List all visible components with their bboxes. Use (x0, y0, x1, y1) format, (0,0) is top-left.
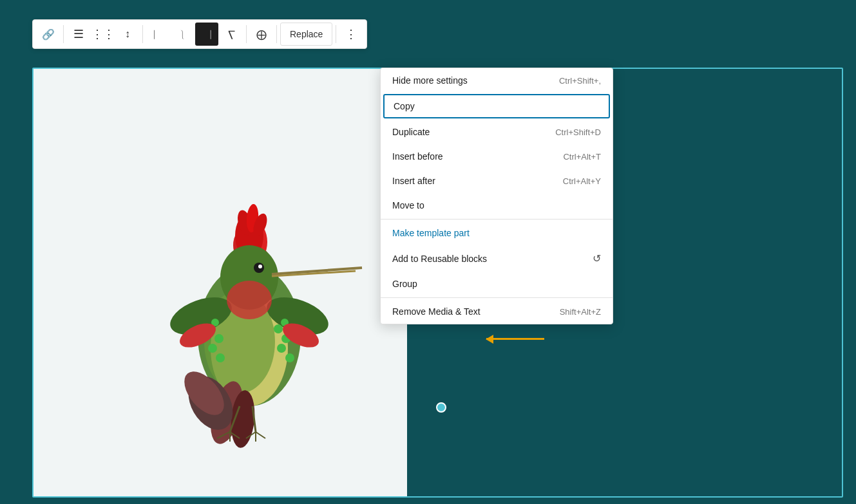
duplicate-label: Duplicate (392, 127, 430, 137)
bird-illustration (111, 104, 388, 477)
insert-before-label: Insert before (392, 151, 443, 162)
align-right-icon: ⎲ (228, 29, 235, 40)
menu-separator-2 (381, 297, 613, 298)
align-left-icon: ⎸ (154, 29, 162, 40)
insert-after-item[interactable]: Insert after Ctrl+Alt+Y (381, 169, 613, 193)
drag-icon: ⋮⋮ (91, 27, 115, 41)
group-item[interactable]: Group (381, 272, 613, 296)
chain-icon: ⨁ (256, 28, 267, 41)
svg-point-23 (216, 353, 225, 362)
updown-icon: ↕ (125, 28, 130, 40)
insert-after-shortcut: Ctrl+Alt+Y (563, 176, 601, 186)
more-options-button[interactable]: ⋮ (339, 23, 363, 46)
more-icon: ⋮ (345, 27, 357, 41)
replace-label: Replace (290, 29, 323, 39)
make-template-label: Make template part (392, 228, 470, 238)
menu-separator-1 (381, 219, 613, 219)
move-to-item[interactable]: Move to (381, 193, 613, 218)
toolbar-divider-5 (336, 25, 336, 43)
move-updown-button[interactable]: ↕ (116, 23, 139, 46)
move-to-label: Move to (392, 200, 424, 210)
hide-settings-shortcut: Ctrl+Shift+, (559, 76, 601, 86)
align-center-icon: ⎹ (203, 29, 211, 40)
insert-before-shortcut: Ctrl+Alt+T (563, 152, 601, 162)
link-icon: 🔗 (42, 28, 55, 41)
svg-point-16 (258, 265, 262, 268)
toolbar-divider-4 (276, 25, 277, 43)
bird-container (33, 69, 407, 496)
align-bottom-icon: ⎱ (180, 29, 185, 39)
svg-point-19 (227, 281, 272, 319)
duplicate-item[interactable]: Duplicate Ctrl+Shift+D (381, 120, 613, 144)
align-left-button[interactable]: ⎸ (146, 23, 169, 46)
drag-button[interactable]: ⋮⋮ (91, 23, 115, 46)
make-template-item[interactable]: Make template part (381, 221, 613, 245)
toolbar-divider-3 (246, 25, 247, 43)
svg-point-25 (274, 324, 283, 333)
align-bottom-button[interactable]: ⎱ (171, 23, 194, 46)
toolbar-divider-2 (142, 25, 143, 43)
chain-link-button[interactable]: ⨁ (250, 23, 273, 46)
svg-point-22 (208, 344, 217, 353)
reusable-label: Add to Reusable blocks (392, 254, 487, 264)
toolbar-divider-1 (63, 25, 64, 43)
svg-line-39 (256, 432, 265, 438)
remove-media-shortcut: Shift+Alt+Z (560, 307, 601, 317)
link-button[interactable]: 🔗 (37, 23, 60, 46)
svg-point-21 (214, 334, 224, 343)
duplicate-shortcut: Ctrl+Shift+D (555, 127, 601, 137)
align-right-button[interactable]: ⎲ (220, 23, 243, 46)
arrow-annotation (486, 338, 544, 340)
reusable-icon: ↺ (593, 252, 601, 265)
copy-item[interactable]: Copy (383, 94, 610, 118)
replace-button[interactable]: Replace (280, 23, 332, 46)
hide-settings-item[interactable]: Hide more settings Ctrl+Shift+, (381, 68, 613, 93)
list-icon: ☰ (73, 27, 84, 41)
svg-point-28 (285, 353, 294, 362)
resize-handle[interactable] (436, 402, 446, 413)
remove-media-item[interactable]: Remove Media & Text Shift+Alt+Z (381, 299, 613, 324)
group-label: Group (392, 279, 417, 289)
context-menu: Hide more settings Ctrl+Shift+, Copy Dup… (380, 68, 613, 324)
insert-before-item[interactable]: Insert before Ctrl+Alt+T (381, 144, 613, 169)
reusable-blocks-item[interactable]: Add to Reusable blocks ↺ (381, 245, 613, 272)
align-center-button[interactable]: ⎹ (195, 23, 218, 46)
block-toolbar: 🔗 ☰ ⋮⋮ ↕ ⎸ ⎱ ⎹ ⎲ ⨁ Replace ⋮ (32, 19, 367, 49)
copy-label: Copy (394, 101, 415, 111)
arrow-line (486, 338, 544, 340)
remove-media-label: Remove Media & Text (392, 306, 480, 317)
hide-settings-label: Hide more settings (392, 75, 468, 86)
svg-point-27 (277, 344, 286, 353)
list-button[interactable]: ☰ (67, 23, 90, 46)
insert-after-label: Insert after (392, 176, 435, 186)
